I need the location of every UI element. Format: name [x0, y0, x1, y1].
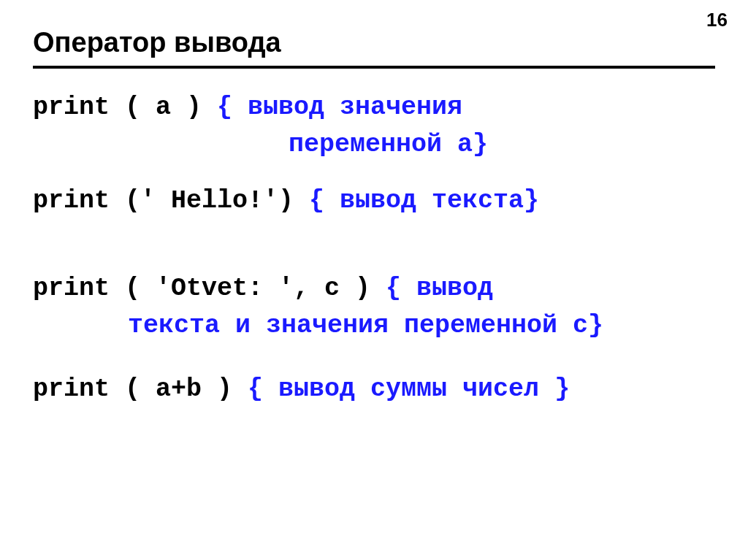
comment-text: { вывод	[386, 274, 493, 303]
comment-text: текста и значения переменной c}	[128, 311, 603, 340]
code-text: print ( 'Otvet: ', c )	[33, 274, 386, 303]
slide-heading: Оператор вывода	[33, 27, 715, 58]
code-line-4: print ( a+b ) { вывод суммы чисел }	[33, 371, 715, 408]
code-line-2: print (' Hello!') { вывод текста}	[33, 183, 715, 220]
comment-text: { вывод суммы чисел }	[248, 375, 570, 404]
comment-text: { вывод текста}	[309, 186, 539, 215]
code-text: print ( a+b )	[33, 375, 248, 404]
code-text: print (' Hello!')	[33, 186, 309, 215]
heading-divider	[33, 66, 715, 69]
comment-text: { вывод значения	[217, 93, 462, 122]
code-text: print ( a )	[33, 93, 217, 122]
comment-text: переменной a}	[289, 130, 488, 159]
code-content: print ( a ) { вывод значения переменной …	[33, 89, 715, 408]
code-line-3: print ( 'Otvet: ', c ) { вывод текста и …	[33, 270, 715, 345]
page-number: 16	[706, 9, 728, 31]
code-line-1: print ( a ) { вывод значения переменной …	[33, 89, 715, 164]
